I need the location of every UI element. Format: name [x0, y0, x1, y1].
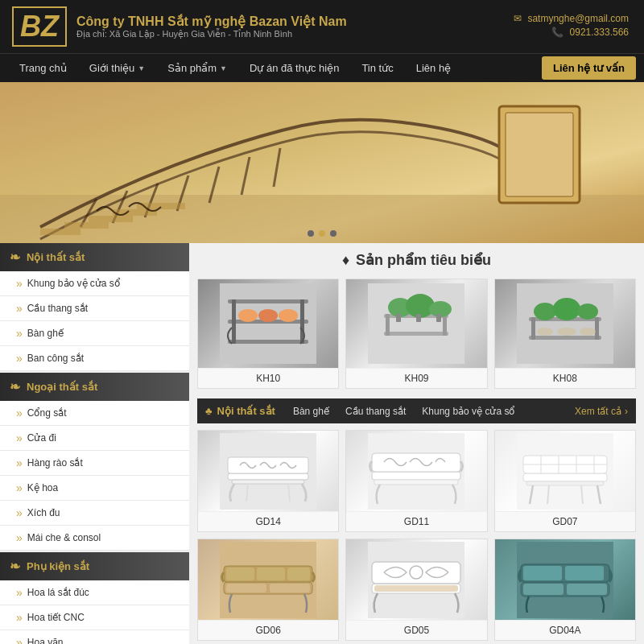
tab-khung-bao-ve[interactable]: Khung bảo vệ cửa sổ [414, 399, 522, 423]
sidebar-section-title-exterior: Ngoại thất sắt [27, 381, 97, 393]
sidebar-item-pattern[interactable]: Hoa văn [0, 630, 189, 644]
chevron-down-icon: ▼ [220, 64, 227, 72]
product-card-gd06[interactable]: GD06 [197, 539, 339, 641]
gd14-svg [220, 433, 316, 510]
sidebar-item-balcony[interactable]: Ban công sắt [0, 346, 189, 371]
sidebar-item-furniture[interactable]: Bàn ghế [0, 321, 189, 346]
svg-rect-86 [523, 566, 562, 580]
product-label-kh09: KH09 [346, 368, 486, 388]
sidebar-item-cast-flower[interactable]: Hoa lá sắt đúc [0, 580, 189, 605]
sidebar-item-door[interactable]: Cửa đi [0, 426, 189, 451]
svg-point-24 [279, 309, 298, 322]
cta-button[interactable]: Liên hệ tư vấn [542, 56, 636, 80]
tab-cau-thang[interactable]: Cầu thang sắt [337, 399, 414, 423]
header: BZ Công ty TNHH Sắt mỹ nghệ Bazan Việt N… [0, 0, 644, 53]
svg-rect-57 [526, 481, 604, 485]
phone-icon: 📞 [551, 27, 564, 38]
sidebar-item-canopy[interactable]: Mái che & consol [0, 526, 189, 551]
nav-item-projects[interactable]: Dự án đã thực hiện [238, 54, 350, 82]
hero-dot-1[interactable] [308, 230, 314, 237]
sidebar-item-flower-shelf[interactable]: Kệ hoa [0, 476, 189, 501]
featured-diamond-icon: ♦ [342, 252, 349, 269]
svg-point-42 [553, 298, 580, 320]
product-label-gd05: GD05 [346, 620, 486, 640]
svg-rect-29 [443, 314, 447, 336]
sidebar-item-swing[interactable]: Xích đu [0, 501, 189, 526]
nav-item-home[interactable]: Trang chủ [8, 54, 78, 82]
featured-product-grid: KH10 [197, 279, 636, 389]
svg-rect-70 [226, 584, 266, 592]
product-image-kh09 [346, 279, 486, 368]
sidebar-section-interior: ❧ Nội thất sắt Khung bảo vệ cửa sổ Cầu t… [0, 243, 189, 371]
noi-that-diamond-icon: ♣ [205, 405, 213, 417]
product-card-kh09[interactable]: KH09 [345, 279, 487, 389]
see-all-text: Xem tất cả [575, 406, 621, 417]
ornament-icon-3: ❧ [10, 559, 20, 574]
product-card-gd11[interactable]: GD11 [345, 430, 487, 532]
nav-item-products[interactable]: Sản phẩm ▼ [156, 54, 238, 82]
svg-rect-20 [232, 299, 236, 344]
kh10-svg [220, 283, 316, 364]
sidebar-item-gate[interactable]: Cổng sắt [0, 401, 189, 426]
featured-title-text: Sản phẩm tiêu biểu [356, 251, 491, 269]
sidebar-item-fence[interactable]: Hàng rào sắt [0, 451, 189, 476]
svg-rect-37 [529, 336, 601, 340]
see-all-button[interactable]: Xem tất cả › [575, 406, 628, 417]
product-label-gd04a: GD04A [495, 620, 635, 640]
product-card-gd14[interactable]: GD14 [197, 430, 339, 532]
product-card-gd05[interactable]: GD05 [345, 539, 487, 641]
sidebar-header-exterior: ❧ Ngoại thất sắt [0, 373, 189, 401]
svg-rect-34 [416, 314, 421, 322]
product-label-gd11: GD11 [346, 511, 486, 531]
product-image-gd05 [346, 539, 486, 620]
svg-rect-56 [523, 473, 607, 481]
sidebar-section-exterior: ❧ Ngoại thất sắt Cổng sắt Cửa đi Hàng rà… [0, 373, 189, 551]
sidebar: ❧ Nội thất sắt Khung bảo vệ cửa sổ Cầu t… [0, 243, 189, 644]
svg-rect-87 [565, 566, 604, 580]
chevron-down-icon: ▼ [138, 64, 145, 72]
svg-rect-53 [374, 480, 458, 485]
product-label-gd14: GD14 [198, 511, 338, 531]
kh08-svg [517, 283, 613, 364]
product-label-kh08: KH08 [495, 368, 635, 388]
hero-dot-3[interactable] [330, 230, 336, 237]
hero-staircase-svg [0, 82, 644, 243]
svg-point-44 [537, 328, 553, 336]
svg-rect-15 [506, 113, 573, 196]
svg-rect-49 [232, 480, 304, 484]
svg-point-41 [534, 303, 556, 320]
sidebar-section-title-interior: Nội thất sắt [27, 251, 85, 263]
chevron-right-icon: › [625, 406, 628, 417]
product-card-gd04a[interactable]: GD04A [494, 539, 636, 641]
svg-rect-11 [89, 216, 133, 222]
kh09-svg [368, 283, 464, 364]
nav-item-contact[interactable]: Liên hệ [405, 54, 462, 82]
product-card-kh10[interactable]: KH10 [197, 279, 339, 389]
hero-dot-2[interactable] [319, 230, 325, 237]
noi-that-product-row-1: GD14 [197, 430, 636, 532]
svg-rect-80 [374, 585, 458, 592]
product-image-kh10 [198, 279, 338, 368]
nav-item-about[interactable]: Giới thiệu ▼ [78, 54, 156, 82]
nav-item-news[interactable]: Tin tức [350, 54, 404, 82]
contact-info: ✉ satmynghe@gmail.com 📞 0921.333.566 [514, 13, 632, 40]
gd04a-svg [517, 542, 613, 618]
svg-rect-84 [567, 584, 607, 595]
hero-banner [0, 82, 644, 243]
svg-rect-35 [436, 314, 441, 322]
product-card-kh08[interactable]: KH08 [494, 279, 636, 389]
email-icon: ✉ [514, 13, 522, 24]
sidebar-item-staircase[interactable]: Cầu thang sắt [0, 296, 189, 321]
sidebar-item-window-guard[interactable]: Khung bảo vệ cửa sổ [0, 271, 189, 296]
svg-point-43 [577, 303, 598, 320]
noi-that-section-title: ♣ Nội thất sắt [205, 398, 285, 423]
noi-that-product-row-2: GD06 [197, 539, 636, 641]
tab-ban-ghe[interactable]: Bàn ghế [285, 399, 337, 423]
svg-point-22 [238, 309, 258, 322]
email-contact: ✉ satmynghe@gmail.com [514, 13, 632, 24]
content-area: ♦ Sản phẩm tiêu biểu [189, 243, 644, 644]
phone-contact: 📞 0921.333.566 [514, 27, 632, 38]
noi-that-title-text: Nội thất sắt [217, 405, 275, 417]
sidebar-item-cnc-flower[interactable]: Hoa tiết CNC [0, 605, 189, 630]
product-card-gd07[interactable]: GD07 [494, 430, 636, 532]
